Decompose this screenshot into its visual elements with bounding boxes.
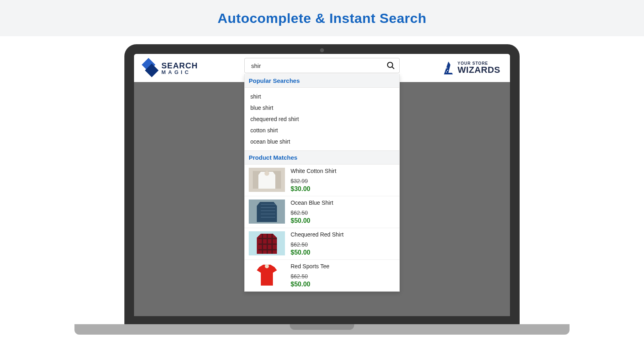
autocomplete-dropdown: Popular Searches shirtblue shirtchequere… [244, 74, 400, 292]
product-name: Red Sports Tee [291, 263, 329, 269]
product-name: Ocean Blue Shirt [291, 200, 333, 206]
search-input[interactable] [250, 62, 386, 70]
laptop-camera-icon [320, 48, 324, 52]
svg-point-3 [388, 62, 393, 68]
product-old-price: $62.50 [291, 210, 333, 216]
popular-search-item[interactable]: cotton shirt [245, 125, 399, 136]
popular-search-item[interactable]: chequered red shirt [245, 113, 399, 125]
laptop-bezel: SEARCH MAGIC [124, 44, 520, 326]
product-new-price: $50.00 [291, 217, 333, 224]
product-match-item[interactable]: Ocean Blue Shirt$62.50$50.00 [245, 196, 399, 228]
product-matches-header: Product Matches [245, 150, 399, 165]
product-new-price: $30.00 [291, 185, 336, 193]
laptop-mock: SEARCH MAGIC [124, 44, 520, 326]
product-meta: Red Sports Tee$62.50$50.00 [291, 263, 329, 288]
search-icon[interactable] [386, 61, 395, 70]
svg-point-1 [447, 70, 448, 71]
your-store-wizards-logo: YOUR STORE WIZARDS [442, 61, 500, 75]
stage: SEARCH MAGIC [0, 36, 644, 362]
svg-point-7 [264, 171, 269, 176]
popular-search-item[interactable]: blue shirt [245, 102, 399, 113]
laptop-screen: SEARCH MAGIC [134, 54, 510, 316]
product-thumbnail [249, 200, 285, 224]
product-match-item[interactable]: Chequered Red Shirt$62.50$50.00 [245, 228, 399, 260]
product-new-price: $50.00 [291, 249, 344, 256]
product-old-price: $32.99 [291, 178, 336, 184]
svg-point-22 [265, 264, 269, 268]
wizard-hat-icon [442, 61, 454, 75]
search-magic-mark-icon [144, 60, 157, 76]
svg-line-4 [392, 67, 394, 69]
search-column: Popular Searches shirtblue shirtchequere… [244, 58, 400, 292]
logo-left-line1: SEARCH [161, 62, 198, 70]
popular-search-item[interactable]: ocean blue shirt [245, 136, 399, 147]
product-meta: White Cotton Shirt$32.99$30.00 [291, 168, 336, 193]
product-thumbnail [249, 168, 285, 192]
product-old-price: $62.50 [291, 273, 329, 280]
svg-point-0 [446, 68, 448, 69]
product-new-price: $50.00 [291, 281, 329, 288]
product-match-item[interactable]: White Cotton Shirt$32.99$30.00 [245, 165, 399, 196]
search-magic-logo: SEARCH MAGIC [144, 60, 198, 76]
product-thumbnail [249, 263, 285, 287]
logo-right-big: WIZARDS [458, 66, 500, 74]
logo-left-line2: MAGIC [161, 70, 198, 75]
product-matches-list: White Cotton Shirt$32.99$30.00Ocean Blue… [245, 165, 399, 291]
laptop-notch [290, 324, 354, 330]
popular-searches-header: Popular Searches [245, 74, 399, 88]
laptop-base [74, 324, 570, 335]
svg-point-2 [446, 72, 447, 73]
product-old-price: $62.50 [291, 241, 344, 248]
popular-search-item[interactable]: shirt [245, 91, 399, 102]
popular-searches-list: shirtblue shirtchequered red shirtcotton… [245, 88, 399, 150]
product-match-item[interactable]: Red Sports Tee$62.50$50.00 [245, 260, 399, 291]
product-meta: Ocean Blue Shirt$62.50$50.00 [291, 200, 333, 224]
product-thumbnail [249, 231, 285, 255]
page-banner: Autocomplete & Instant Search [0, 0, 644, 36]
page-title: Autocomplete & Instant Search [218, 10, 427, 26]
product-meta: Chequered Red Shirt$62.50$50.00 [291, 231, 344, 256]
product-name: White Cotton Shirt [291, 168, 336, 174]
search-box[interactable] [244, 58, 400, 73]
product-name: Chequered Red Shirt [291, 231, 344, 238]
